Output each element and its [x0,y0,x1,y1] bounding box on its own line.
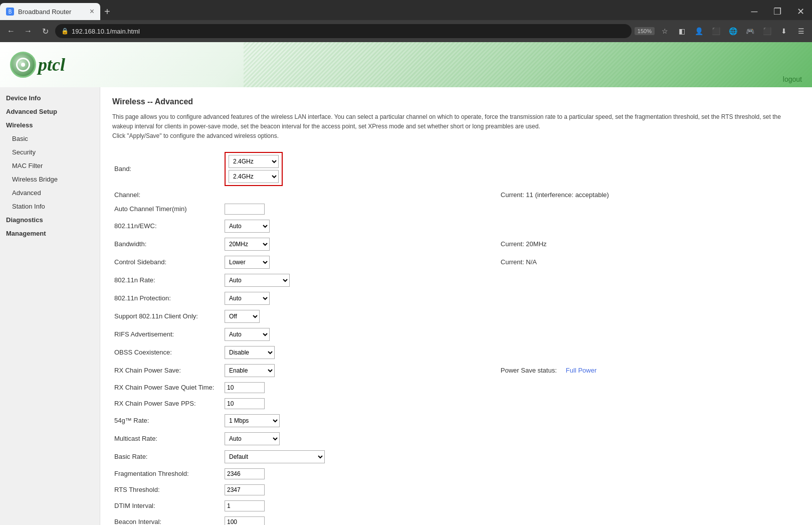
extension2-icon[interactable]: ⬛ [760,24,774,38]
auto-channel-timer-label: Auto Channel Timer(min) [112,201,223,217]
channel-select-inner[interactable]: 2.4GHz [229,170,279,183]
rate-11n-select[interactable]: Auto [225,274,290,287]
rate-11n-control: Auto [223,271,491,289]
address-bar[interactable]: 🔒 192.168.10.1/main.html [55,24,632,38]
auto-channel-timer-input[interactable] [225,204,265,215]
pocket-icon[interactable]: ◧ [675,24,689,38]
maximize-button[interactable]: ❐ [766,2,789,22]
bandwidth-select[interactable]: 20MHz 40MHz [225,238,270,251]
download-icon[interactable]: ⬇ [777,24,791,38]
rx-chain-ps-quiet-control [223,380,491,396]
band-label: Band: [112,149,223,189]
rifs-row: RIFS Advertisement: Auto Enable Disable [112,325,800,343]
sidebar-item-advanced[interactable]: Advanced [0,186,100,200]
content-area: Wireless -- Advanced This page allows yo… [100,87,812,525]
obss-control: Disable Enable [223,343,491,362]
sidebar-item-station-info[interactable]: Station Info [0,200,100,213]
support-11n-select[interactable]: Off On [225,310,260,323]
rx-chain-ps-select[interactable]: Enable Disable [225,364,275,377]
ewc-select[interactable]: Auto Enable Disable [225,220,270,233]
security-icon: 🔒 [61,28,69,35]
page-description: This page allows you to configure advanc… [112,112,800,141]
rx-chain-ps-quiet-row: RX Chain Power Save Quiet Time: [112,380,800,396]
rate-54g-label: 54g™ Rate: [112,412,223,430]
band-status [491,149,800,189]
profile-icon[interactable]: 👤 [692,24,706,38]
sidebar-item-diagnostics[interactable]: Diagnostics [0,213,100,227]
control-sideband-control: Lower Upper [223,253,491,271]
rx-chain-ps-pps-row: RX Chain Power Save PPS: [112,396,800,412]
game-icon[interactable]: 🎮 [743,24,757,38]
protection-11n-label: 802.11n Protection: [112,289,223,307]
sidebar-item-basic[interactable]: Basic [0,132,100,145]
basic-rate-select[interactable]: Default 1 Mbps All [225,450,325,463]
fragmentation-threshold-input[interactable] [225,468,265,479]
sidebar-item-mac-filter[interactable]: MAC Filter [0,159,100,172]
rts-threshold-input[interactable] [225,484,265,495]
main-content: Device Info Advanced Setup Wireless Basi… [0,87,812,525]
beacon-interval-label: Beacon Interval: [112,514,223,525]
auto-channel-timer-status [491,201,800,217]
basic-rate-control: Default 1 Mbps All [223,448,491,466]
multicast-rate-row: Multicast Rate: Auto [112,430,800,448]
bandwidth-current: Current: 20MHz [491,235,800,253]
fragmentation-threshold-control [223,466,491,482]
sidebar-item-wireless[interactable]: Wireless [0,118,100,132]
sidebar-item-management[interactable]: Management [0,227,100,240]
control-sideband-row: Control Sideband: Lower Upper Current: N… [112,253,800,271]
band-row: Band: 2.4GHz 5GHz [112,149,800,189]
band-select-wrapper: 2.4GHz 5GHz [229,155,279,168]
sidebar-item-wireless-bridge[interactable]: Wireless Bridge [0,172,100,186]
nav-bar: ← → ↻ 🔒 192.168.10.1/main.html 150% ☆ ◧ … [0,20,812,42]
power-save-status-value: Full Power [566,367,596,374]
browser-chrome: B Broadband Router × + ─ ❐ ✕ ← → ↻ 🔒 192… [0,0,812,42]
protection-11n-row: 802.11n Protection: Auto Enable Disable [112,289,800,307]
rate-54g-select[interactable]: 1 Mbps 2 Mbps 5.5 Mbps 11 Mbps [225,414,280,427]
rifs-select[interactable]: Auto Enable Disable [225,328,270,341]
page-wrapper: ptcl logout Device Info Advanced Setup W… [0,42,812,525]
sidebar-item-device-info[interactable]: Device Info [0,91,100,105]
rifs-label: RIFS Advertisement: [112,325,223,343]
band-highlight-box: 2.4GHz 5GHz 2.4GHz [225,152,283,186]
sidebar-item-security[interactable]: Security [0,145,100,159]
active-tab[interactable]: B Broadband Router × [0,3,100,20]
beacon-interval-input[interactable] [225,516,265,525]
dtim-interval-control [223,498,491,514]
shield-icon[interactable]: 🌐 [726,24,740,38]
extension-icon[interactable]: ⬛ [709,24,723,38]
control-sideband-select[interactable]: Lower Upper [225,256,270,269]
sidebar-item-advanced-setup[interactable]: Advanced Setup [0,105,100,118]
support-11n-row: Support 802.11n Client Only: Off On [112,307,800,325]
menu-icon[interactable]: ☰ [794,24,808,38]
rx-chain-ps-pps-input[interactable] [225,398,265,409]
tab-close-button[interactable]: × [90,7,94,16]
obss-select[interactable]: Disable Enable [225,346,275,359]
dtim-interval-input[interactable] [225,500,265,511]
dtim-interval-row: DTIM Interval: [112,498,800,514]
logout-button[interactable]: logout [783,75,802,83]
forward-button[interactable]: → [21,24,35,38]
protection-11n-select[interactable]: Auto Enable Disable [225,292,270,305]
new-tab-button[interactable]: + [104,6,110,18]
refresh-button[interactable]: ↻ [38,24,52,38]
dtim-interval-label: DTIM Interval: [112,498,223,514]
multicast-rate-label: Multicast Rate: [112,430,223,448]
multicast-rate-select[interactable]: Auto [225,432,280,445]
auto-channel-timer-row: Auto Channel Timer(min) [112,201,800,217]
ewc-control: Auto Enable Disable [223,217,491,235]
back-button[interactable]: ← [4,24,18,38]
minimize-button[interactable]: ─ [743,2,766,22]
sidebar: Device Info Advanced Setup Wireless Basi… [0,87,100,525]
page-title: Wireless -- Advanced [112,97,800,106]
band-select[interactable]: 2.4GHz 5GHz [229,155,279,168]
ewc-row: 802.11n/EWC: Auto Enable Disable [112,217,800,235]
logo-dot [21,63,25,67]
close-button[interactable]: ✕ [789,2,812,22]
channel-label: Channel: [112,189,223,201]
star-icon[interactable]: ☆ [658,24,672,38]
channel-row: Channel: Current: 11 (interference: acce… [112,189,800,201]
rx-chain-ps-quiet-input[interactable] [225,382,265,393]
multicast-rate-control: Auto [223,430,491,448]
fragmentation-threshold-label: Fragmentation Threshold: [112,466,223,482]
support-11n-control: Off On [223,307,491,325]
